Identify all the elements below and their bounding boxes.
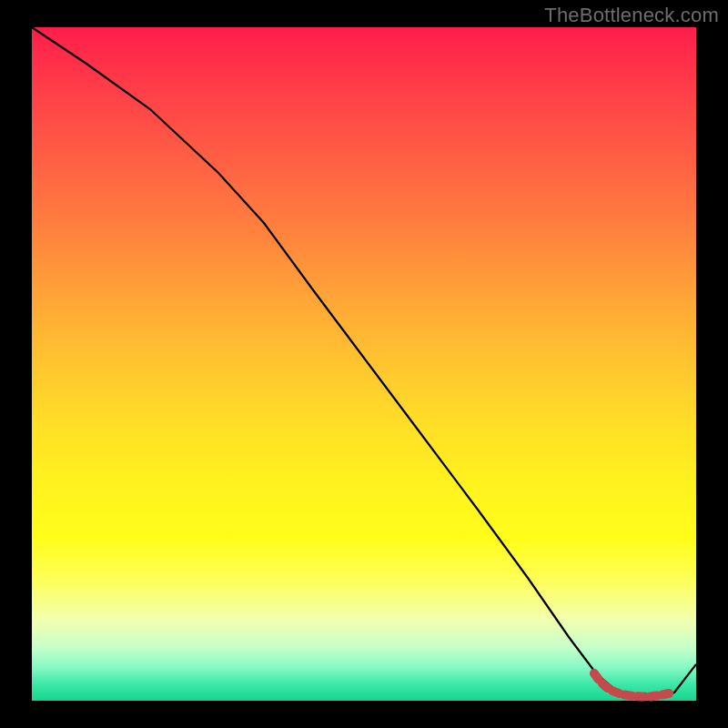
highlight-segment-line xyxy=(594,673,669,697)
main-curve-line xyxy=(32,27,696,697)
chart-frame: TheBottleneck.com xyxy=(0,0,728,728)
chart-overlay xyxy=(32,27,696,701)
watermark-text: TheBottleneck.com xyxy=(544,4,719,27)
